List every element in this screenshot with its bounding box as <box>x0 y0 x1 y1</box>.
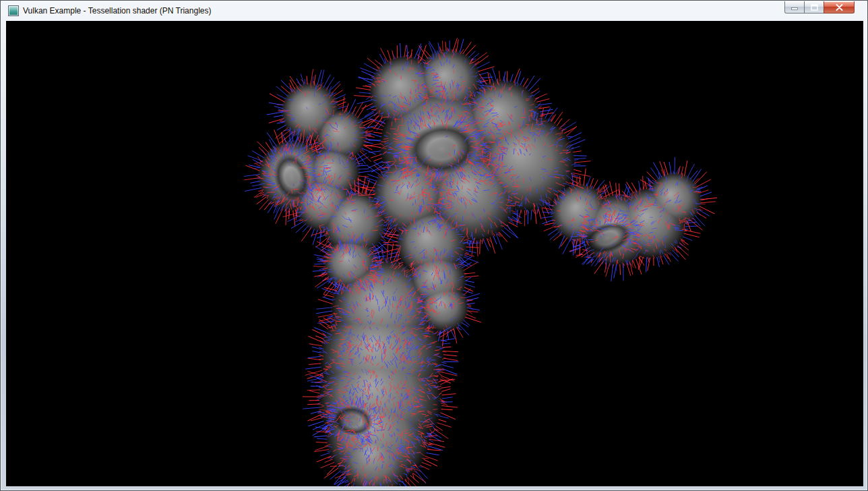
minimize-icon <box>791 4 798 11</box>
maximize-button[interactable] <box>805 1 824 13</box>
viewport <box>6 21 863 486</box>
close-button[interactable] <box>824 1 855 13</box>
minimize-button[interactable] <box>784 1 805 13</box>
titlebar[interactable]: Vulkan Example - Tessellation shader (PN… <box>1 1 867 21</box>
close-icon <box>836 4 843 11</box>
app-icon <box>8 5 19 16</box>
window-controls <box>784 1 855 13</box>
maximize-icon <box>811 4 818 11</box>
window-title: Vulkan Example - Tessellation shader (PN… <box>23 6 211 16</box>
render-canvas[interactable] <box>6 21 863 486</box>
app-window: Vulkan Example - Tessellation shader (PN… <box>0 0 868 491</box>
